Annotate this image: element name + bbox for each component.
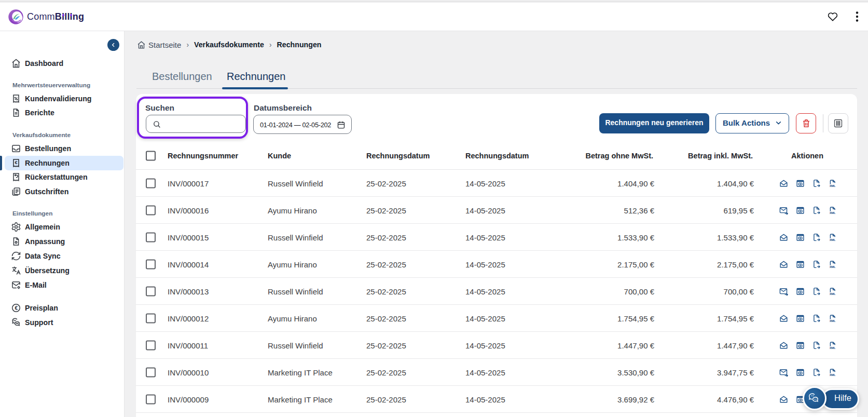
- svg-text:€: €: [15, 160, 17, 165]
- svg-text:€: €: [15, 305, 18, 311]
